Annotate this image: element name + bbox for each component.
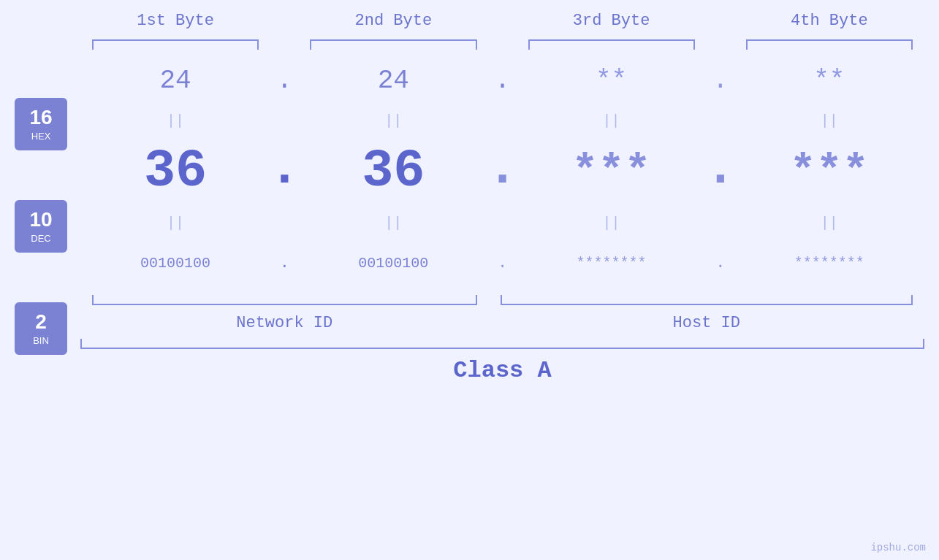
top-brackets: [80, 39, 924, 51]
dec-dot-2: .: [487, 142, 518, 195]
host-id-label: Host ID: [489, 314, 925, 332]
bin-badge-number: 2: [35, 311, 47, 334]
watermark: ipshu.com: [870, 541, 926, 554]
hex-badge-number: 16: [29, 107, 52, 129]
network-id-bracket: [92, 295, 477, 305]
hex-dot-3: .: [712, 66, 729, 96]
class-bracket: [80, 339, 924, 349]
host-id-bracket: [501, 295, 913, 305]
bin-dot-1: .: [280, 254, 289, 272]
dec-row: 36 . 36 . *** . ***: [80, 131, 924, 212]
hex-dot-2: .: [495, 66, 511, 96]
dec-value-2: 36: [362, 142, 425, 202]
top-bracket-3: [528, 39, 695, 50]
top-bracket-1: [92, 39, 259, 50]
dec-dot-1: .: [269, 142, 300, 195]
bin-row: 00100100 . 00100100 . ******** . *******…: [80, 234, 924, 292]
byte-headers: 1st Byte 2nd Byte 3rd Byte 4th Byte: [80, 12, 924, 38]
byte-header-4: 4th Byte: [734, 12, 924, 38]
hex-value-3: **: [596, 66, 627, 96]
byte-header-3: 3rd Byte: [517, 12, 707, 38]
byte-header-2: 2nd Byte: [298, 12, 488, 38]
hex-row: 24 . 24 . ** . **: [80, 51, 924, 110]
dec-value-4: ***: [790, 147, 869, 196]
hex-dot-1: .: [276, 66, 292, 96]
bin-badge: 2 BIN: [15, 302, 67, 355]
dec-value-1: 36: [144, 142, 207, 202]
hex-value-2: 24: [378, 66, 409, 96]
byte-header-1: 1st Byte: [80, 12, 270, 38]
hex-value-1: 24: [160, 66, 191, 96]
hex-badge-label: HEX: [31, 131, 51, 142]
dec-dot-3: .: [704, 142, 736, 195]
bin-badge-label: BIN: [33, 335, 49, 346]
id-labels: Network ID Host ID: [80, 310, 924, 336]
eq-4: ||: [734, 112, 924, 129]
bin-dot-2: .: [498, 254, 507, 272]
eq-2: ||: [298, 112, 488, 129]
bin-value-3: ********: [577, 255, 647, 272]
eq-1: ||: [80, 112, 270, 129]
class-label-row: Class A: [80, 352, 924, 388]
dec-badge: 10 DEC: [15, 200, 67, 253]
equals-row-1: || || || ||: [80, 110, 924, 131]
eq-3: ||: [517, 112, 707, 129]
eq2-4: ||: [734, 215, 924, 231]
top-bracket-2: [310, 39, 476, 50]
eq2-1: ||: [80, 215, 270, 231]
equals-row-2: || || || ||: [80, 212, 924, 234]
top-bracket-4: [746, 39, 913, 50]
bottom-brackets: [80, 295, 924, 307]
bin-value-1: 00100100: [140, 255, 210, 272]
eq2-2: ||: [298, 215, 488, 231]
eq2-3: ||: [517, 215, 707, 231]
network-id-label: Network ID: [80, 314, 489, 332]
class-label: Class A: [453, 357, 551, 384]
bin-value-4: ********: [794, 255, 864, 272]
bin-value-2: 00100100: [358, 255, 428, 272]
hex-badge: 16 HEX: [15, 98, 67, 150]
dec-badge-label: DEC: [31, 233, 50, 244]
bin-dot-3: .: [715, 254, 725, 272]
dec-badge-number: 10: [29, 209, 52, 231]
dec-value-3: ***: [572, 147, 651, 196]
hex-value-4: **: [813, 66, 845, 96]
